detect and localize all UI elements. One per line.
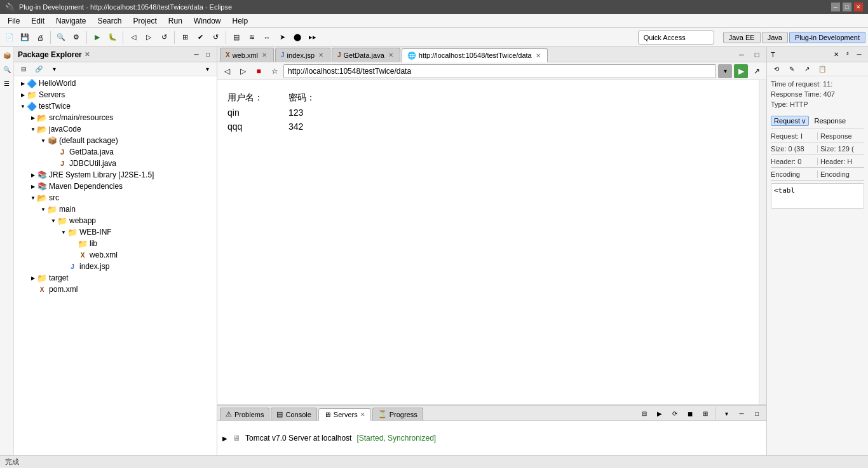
request-tab[interactable]: Request v [771,116,809,126]
toolbar-extra5[interactable]: ≋ [245,31,259,45]
tree-src-main-resources[interactable]: ▶ 📂 src/main/resources [14,112,217,123]
tree-getdata-java[interactable]: ▶ J GetData.java [14,146,217,158]
toolbar-extra4[interactable]: ▤ [229,31,243,45]
tree-web-xml[interactable]: ▶ X web.xml [14,249,217,261]
bottom-panel-maximize[interactable]: □ [750,406,764,420]
response-tab[interactable]: Response [811,116,850,126]
collapse-tree-button[interactable]: ⊟ [17,62,31,76]
toolbar-extra7[interactable]: ➤ [275,31,289,45]
rp-toolbar-3[interactable]: ↗ [800,62,814,76]
tree-jdbcutil-java[interactable]: ▶ J JDBCUtil.java [14,158,217,169]
menu-window[interactable]: Window [189,15,226,27]
tab-servers[interactable]: 🖥 Servers ✕ [318,408,371,421]
bottom-panel-btn6[interactable]: ▾ [719,406,733,420]
rp-toolbar-4[interactable]: 📋 [815,62,829,76]
editor-panel-maximize[interactable]: □ [750,48,764,62]
collapse-panel-button[interactable]: ─ [191,50,201,60]
close-tab-indexjsp[interactable]: ✕ [317,52,325,59]
browser-bookmark-button[interactable]: ☆ [268,64,281,78]
editor-panel-minimize[interactable]: ─ [735,48,749,62]
tree-javacode[interactable]: ▼ 📂 javaCode [14,123,217,135]
tree-jre-library[interactable]: ▶ 📚 JRE System Library [J2SE-1.5] [14,169,217,181]
tree-src[interactable]: ▼ 📂 src [14,192,217,203]
perspective-plugin[interactable]: Plug-in Development [789,32,865,43]
tab-browser[interactable]: 🌐 http://localhost:10548/testTwice/data … [402,48,548,62]
left-icon-1[interactable]: 📦 [1,50,13,61]
tree-maven-deps[interactable]: ▶ 📚 Maven Dependencies [14,181,217,192]
right-panel-minimize[interactable]: ─ [854,50,864,60]
quick-access-bar[interactable]: Quick Access [638,31,714,45]
bottom-panel-btn5[interactable]: ⊞ [698,406,712,420]
print-button[interactable]: 🖨 [33,31,47,45]
server-expand-arrow[interactable]: ▶ [222,435,227,442]
tab-progress[interactable]: ⏳ Progress [372,408,423,420]
close-tab-getdata[interactable]: ✕ [387,52,395,59]
go-button[interactable]: ▶ [734,64,748,78]
url-bar[interactable] [283,64,716,78]
back-button[interactable]: ◁ [220,64,234,78]
tree-index-jsp[interactable]: ▶ J index.jsp [14,261,217,272]
tab-getdata-java[interactable]: J GetData.java ✕ [332,48,400,62]
tree-main[interactable]: ▼ 📁 main [14,203,217,215]
open-external-button[interactable]: ↗ [750,64,764,78]
menu-help[interactable]: Help [227,15,254,27]
tree-testtwice[interactable]: ▼ 🔷 testTwice [14,100,217,112]
stop-button[interactable]: ■ [252,64,266,78]
right-panel-btn1[interactable]: ✕ [831,50,841,60]
right-panel-btn2[interactable]: ² [843,50,853,60]
bottom-panel-btn4[interactable]: ◼ [683,406,697,420]
tree-lib[interactable]: ▶ 📁 lib [14,238,217,249]
tree-webapp[interactable]: ▼ 📁 webapp [14,215,217,226]
left-icon-2[interactable]: 🔍 [1,64,13,75]
tab-web-xml[interactable]: X web.xml ✕ [220,48,274,62]
toolbar-extra8[interactable]: ⬤ [290,31,304,45]
close-button[interactable]: ✕ [854,3,863,11]
link-editor-button[interactable]: 🔗 [32,62,46,76]
forward-button[interactable]: ▷ [236,64,250,78]
menu-edit[interactable]: Edit [26,15,50,27]
forward-nav-button[interactable]: ▷ [142,31,156,45]
menu-project[interactable]: Project [128,15,161,27]
tree-default-package[interactable]: ▼ 📦 (default package) [14,135,217,146]
menu-search[interactable]: Search [92,15,126,27]
bottom-panel-btn1[interactable]: ⊟ [637,406,651,420]
refresh-button[interactable]: ↺ [157,31,171,45]
close-tab-webxml[interactable]: ✕ [261,52,268,59]
toolbar-extra9[interactable]: ▸▸ [306,31,320,45]
menu-run[interactable]: Run [163,15,187,27]
tab-problems[interactable]: ⚠ Problems [220,408,269,420]
menu-navigate[interactable]: Navigate [51,15,91,27]
perspective-javaee[interactable]: Java EE [723,32,761,43]
tree-target[interactable]: ▶ 📁 target [14,272,217,284]
bottom-panel-btn2[interactable]: ▶ [653,406,667,420]
perspective-java[interactable]: Java [762,32,788,43]
tree-menu-button[interactable]: ▾ [47,62,61,76]
minimize-button[interactable]: ─ [831,3,840,11]
new-button[interactable]: 📄 [3,31,17,45]
toolbar-extra2[interactable]: ✔ [193,31,207,45]
search-toolbar-button[interactable]: 🔍 [54,31,68,45]
browser-scrollbar[interactable] [759,80,766,404]
back-nav-button[interactable]: ◁ [126,31,140,45]
bottom-panel-minimize[interactable]: ─ [735,406,749,420]
rp-toolbar-1[interactable]: ⟲ [770,62,783,76]
tree-pom-xml[interactable]: ▶ X pom.xml [14,284,217,295]
bottom-panel-btn3[interactable]: ⟳ [668,406,682,420]
url-dropdown-button[interactable]: ▾ [718,64,732,78]
debug-button[interactable]: 🐛 [105,31,119,45]
close-tab-browser[interactable]: ✕ [534,52,542,59]
menu-file[interactable]: File [3,15,25,27]
tree-servers[interactable]: ▶ 📁 Servers [14,89,217,100]
tree-view-menu[interactable]: ▾ [200,62,214,76]
tree-helloworld[interactable]: ▶ 🔷 HelloWorld [14,78,217,89]
toolbar-extra1[interactable]: ⊞ [178,31,192,45]
tree-webinf[interactable]: ▼ 📁 WEB-INF [14,226,217,238]
save-button[interactable]: 💾 [18,31,32,45]
left-icon-3[interactable]: ☰ [1,78,13,89]
toolbar-extra6[interactable]: ↔ [260,31,274,45]
settings-button[interactable]: ⚙ [69,31,83,45]
maximize-button[interactable]: □ [843,3,851,11]
tab-index-jsp[interactable]: J index.jsp ✕ [275,48,330,62]
maximize-panel-button[interactable]: □ [203,50,213,60]
rp-toolbar-2[interactable]: ✎ [785,62,799,76]
